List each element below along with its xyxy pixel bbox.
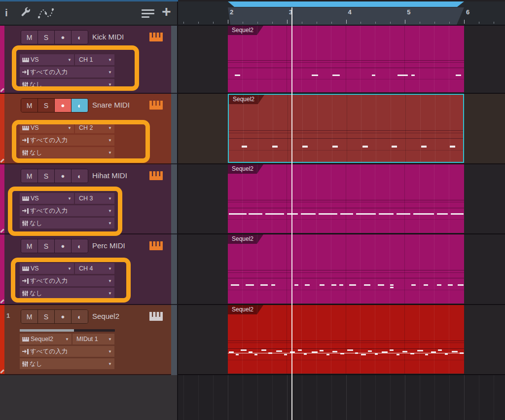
mute-button[interactable]: M <box>21 31 37 44</box>
midi-clip-0[interactable]: Sequel2 <box>228 26 464 92</box>
clip-part-line <box>228 290 464 290</box>
loop-range-bar[interactable] <box>228 1 464 7</box>
record-arm-button[interactable]: ● <box>54 31 71 44</box>
track-name: Snare MIDI <box>92 98 130 112</box>
solo-button[interactable]: S <box>37 310 54 323</box>
midi-clip-4[interactable]: Sequel2 <box>228 305 464 374</box>
channel-select[interactable]: MIDut 1 ▼ <box>72 334 114 344</box>
clip-part-line <box>228 272 464 273</box>
solo-button[interactable]: S <box>37 31 54 44</box>
midi-clip-1[interactable]: Sequel2 <box>228 94 464 163</box>
instrument-keyboard-icon[interactable] <box>149 171 163 182</box>
chevron-down-icon: ▼ <box>108 362 112 366</box>
midi-clip-3[interactable]: Sequel2 <box>228 234 464 304</box>
instrument-keyboard-icon[interactable] <box>149 33 163 43</box>
ruler-tick <box>464 20 465 24</box>
record-arm-button[interactable]: ● <box>54 169 71 183</box>
clip-part-line <box>229 133 463 133</box>
clip-label-tab: Sequel2 <box>229 95 264 104</box>
mute-button[interactable]: M <box>21 310 37 323</box>
clip-grid-line <box>360 164 361 233</box>
instrument-keyboard-icon[interactable] <box>149 241 163 252</box>
mute-button[interactable]: M <box>21 239 37 253</box>
clip-part-line <box>228 79 464 79</box>
clip-grid-line <box>346 305 346 374</box>
clip-grid-line <box>257 26 257 92</box>
automation-curve-icon[interactable] <box>37 7 54 21</box>
annotation-highlight-rect <box>11 258 131 303</box>
ruler-tick <box>198 22 199 24</box>
solo-button[interactable]: S <box>37 169 54 183</box>
wrench-icon[interactable] <box>20 7 31 20</box>
track-header-4[interactable]: 1 M S ● ◐ Sequel2 Sequel2 ▼ <box>0 305 171 375</box>
track-io-section: Sequel2 ▼ MIDut 1 ▼ すべての入力 ▼ <box>20 334 114 371</box>
clip-grid-line <box>404 164 405 233</box>
midi-note <box>332 146 338 148</box>
clip-grid-line <box>301 164 302 233</box>
midi-note <box>421 146 427 148</box>
monitor-button[interactable]: ◐ <box>71 31 88 44</box>
midi-note <box>392 146 397 148</box>
monitor-button[interactable]: ◐ <box>71 169 88 183</box>
track-name: Kick MIDI <box>92 30 124 43</box>
track-number: 1 <box>6 312 10 319</box>
midi-note <box>355 352 358 354</box>
instrument-keyboard-icon[interactable] <box>149 312 163 323</box>
preset-select[interactable]: なし ▼ <box>20 358 114 369</box>
mute-button[interactable]: M <box>21 99 37 112</box>
timeline-ruler[interactable]: 23456 <box>178 1 505 26</box>
playhead[interactable] <box>291 7 292 420</box>
clip-part-line <box>228 68 464 68</box>
clip-label-tab: Sequel2 <box>228 26 263 35</box>
record-arm-button[interactable]: ● <box>54 99 71 112</box>
record-arm-button[interactable]: ● <box>54 310 71 323</box>
chevron-down-icon: ▼ <box>108 349 112 354</box>
clip-grid-line <box>242 234 243 304</box>
track-buttons: M S ● ◐ <box>21 169 88 183</box>
midi-note <box>347 349 353 351</box>
midi-note <box>411 284 416 286</box>
instrument-keyboard-icon[interactable] <box>149 101 163 112</box>
instrument-select[interactable]: Sequel2 ▼ <box>20 334 72 344</box>
midi-clip-2[interactable]: Sequel2 <box>228 164 464 233</box>
midi-note <box>265 213 284 215</box>
ruler-tick <box>317 22 317 24</box>
ruler-tick <box>287 20 288 24</box>
clip-grid-line <box>302 95 303 162</box>
midi-note <box>362 146 368 148</box>
midi-note <box>320 284 325 286</box>
arrangement-row-2: Sequel2 <box>178 164 505 234</box>
clip-grid-line <box>287 234 287 304</box>
clip-grid-line <box>419 234 420 304</box>
clip-part-line <box>228 202 464 202</box>
track-list-icon[interactable] <box>142 9 154 20</box>
clip-grid-line <box>435 95 435 162</box>
midi-note <box>339 284 343 286</box>
track-scroll-strip[interactable] <box>171 26 177 375</box>
strip-row-separator <box>171 304 177 305</box>
midi-note <box>332 351 337 352</box>
clip-grid-line <box>301 234 302 304</box>
midi-note <box>340 213 353 215</box>
add-track-icon[interactable]: + <box>162 2 171 21</box>
solo-button[interactable]: S <box>37 99 54 112</box>
monitor-button[interactable]: ◐ <box>71 239 88 253</box>
midi-note <box>276 350 282 352</box>
clip-grid-line <box>332 95 332 162</box>
mute-button[interactable]: M <box>21 169 37 183</box>
midi-note <box>235 75 240 76</box>
clip-grid-line <box>316 164 317 233</box>
ruler-tick <box>494 22 494 24</box>
info-icon[interactable]: i <box>5 7 8 19</box>
record-arm-button[interactable]: ● <box>54 239 71 253</box>
clip-grid-line <box>316 26 317 92</box>
midi-note <box>361 354 366 355</box>
midi-note <box>378 284 384 286</box>
input-select[interactable]: すべての入力 ▼ <box>20 346 114 357</box>
clip-grid-line <box>419 164 420 233</box>
monitor-button[interactable]: ◐ <box>71 310 88 323</box>
solo-button[interactable]: S <box>37 239 54 253</box>
clip-grid-line <box>390 305 390 374</box>
monitor-button[interactable]: ◐ <box>71 99 88 112</box>
midi-note <box>458 284 464 286</box>
